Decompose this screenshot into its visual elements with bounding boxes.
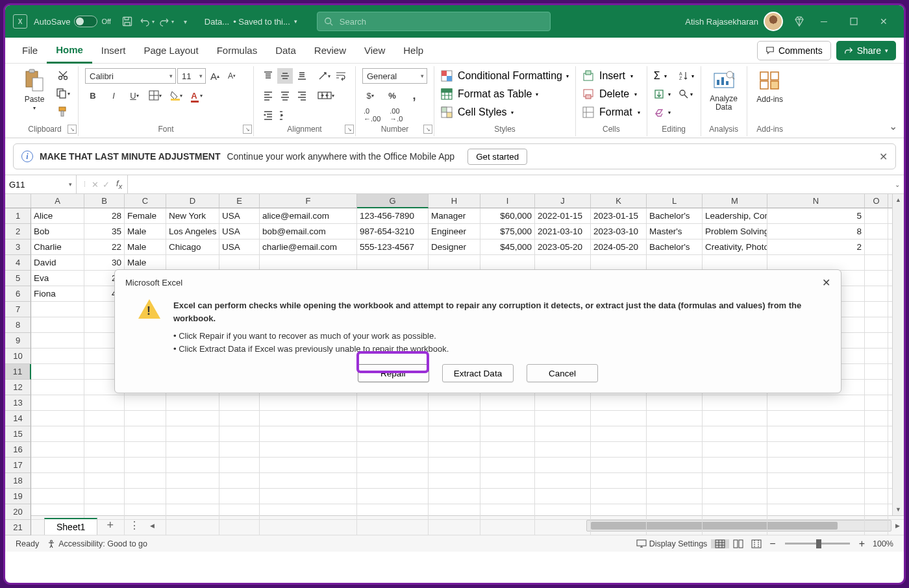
- cell[interactable]: [260, 255, 357, 271]
- cell[interactable]: [865, 442, 888, 458]
- share-button[interactable]: Share ▾: [836, 41, 896, 60]
- cell[interactable]: 2: [767, 239, 865, 255]
- cell[interactable]: [865, 317, 888, 333]
- cell[interactable]: Manager: [429, 208, 480, 224]
- get-started-button[interactable]: Get started: [467, 149, 527, 165]
- cell[interactable]: Los Angeles: [166, 224, 219, 239]
- decrease-font-icon[interactable]: A▾: [224, 68, 240, 84]
- row-header[interactable]: 15: [5, 426, 31, 442]
- cell[interactable]: [31, 489, 84, 504]
- search-input[interactable]: Search: [317, 12, 551, 31]
- cell[interactable]: [767, 458, 865, 473]
- cell[interactable]: [591, 520, 647, 535]
- cancel-button[interactable]: Cancel: [527, 364, 598, 382]
- cell[interactable]: [535, 426, 591, 442]
- cell[interactable]: [166, 395, 219, 411]
- cell[interactable]: [647, 255, 703, 271]
- dialog-launcher-icon[interactable]: ↘: [68, 125, 77, 134]
- zoom-out-button[interactable]: −: [766, 538, 779, 550]
- increase-font-icon[interactable]: A▴: [207, 68, 223, 84]
- cell[interactable]: [480, 255, 535, 271]
- cell[interactable]: [219, 426, 260, 442]
- maximize-button[interactable]: [839, 5, 869, 38]
- row-header[interactable]: 16: [5, 442, 31, 458]
- column-header[interactable]: D: [166, 194, 219, 208]
- tab-insert[interactable]: Insert: [92, 38, 135, 64]
- cell[interactable]: [31, 302, 84, 317]
- cell[interactable]: [535, 411, 591, 426]
- cell[interactable]: [647, 489, 703, 504]
- cell[interactable]: [535, 473, 591, 489]
- analyze-data-button[interactable]: Analyze Data: [708, 67, 740, 112]
- cell[interactable]: [219, 458, 260, 473]
- fx-icon[interactable]: fx: [114, 178, 122, 190]
- cell[interactable]: [166, 255, 219, 271]
- cell[interactable]: [429, 411, 480, 426]
- cell[interactable]: [125, 395, 166, 411]
- insert-cells-button[interactable]: Insert▾: [582, 67, 640, 84]
- cell[interactable]: 2023-01-15: [591, 208, 647, 224]
- cell[interactable]: [888, 520, 904, 535]
- redo-icon[interactable]: ▾: [156, 12, 176, 31]
- tab-review[interactable]: Review: [305, 38, 355, 64]
- clear-button[interactable]: ▾: [654, 104, 671, 121]
- cell[interactable]: [429, 473, 480, 489]
- cell[interactable]: [125, 442, 166, 458]
- row-header[interactable]: 18: [5, 473, 31, 489]
- cell[interactable]: [865, 426, 888, 442]
- column-header[interactable]: J: [535, 194, 591, 208]
- row-header[interactable]: 14: [5, 411, 31, 426]
- cell[interactable]: Bob: [31, 224, 84, 239]
- tab-page-layout[interactable]: Page Layout: [134, 38, 207, 64]
- cell[interactable]: [647, 395, 703, 411]
- cell[interactable]: charlie@email.com: [260, 239, 357, 255]
- cell[interactable]: [84, 458, 125, 473]
- orientation-icon[interactable]: ▾: [316, 68, 332, 84]
- cell[interactable]: [166, 442, 219, 458]
- cell[interactable]: [591, 442, 647, 458]
- toggle-switch[interactable]: [74, 16, 97, 27]
- format-painter-icon[interactable]: [55, 104, 71, 119]
- font-color-icon[interactable]: A▾: [189, 88, 205, 103]
- cell[interactable]: [260, 395, 357, 411]
- cell[interactable]: [647, 473, 703, 489]
- cell[interactable]: 2021-03-10: [535, 224, 591, 239]
- row-header[interactable]: 13: [5, 395, 31, 411]
- cell[interactable]: [429, 442, 480, 458]
- column-header[interactable]: N: [767, 194, 865, 208]
- cell[interactable]: [357, 255, 429, 271]
- cell[interactable]: [429, 395, 480, 411]
- cell[interactable]: [219, 489, 260, 504]
- column-header[interactable]: I: [480, 194, 535, 208]
- cell[interactable]: [166, 520, 219, 535]
- cell[interactable]: [767, 411, 865, 426]
- minimize-button[interactable]: ─: [809, 5, 839, 38]
- cell[interactable]: [84, 426, 125, 442]
- row-header[interactable]: 12: [5, 380, 31, 395]
- copy-icon[interactable]: ▾: [55, 86, 71, 101]
- cell[interactable]: [31, 317, 84, 333]
- column-header[interactable]: G: [357, 194, 429, 208]
- column-header[interactable]: K: [591, 194, 647, 208]
- fx-dropdown-icon[interactable]: ⋮: [82, 181, 88, 188]
- cell[interactable]: [591, 255, 647, 271]
- cell[interactable]: [260, 458, 357, 473]
- cell[interactable]: [535, 395, 591, 411]
- tab-home[interactable]: Home: [47, 38, 92, 64]
- row-header[interactable]: 4: [5, 255, 31, 271]
- cell[interactable]: bob@email.com: [260, 224, 357, 239]
- display-settings-button[interactable]: Display Settings: [632, 539, 712, 548]
- cell-styles-button[interactable]: Cell Styles▾: [441, 104, 569, 121]
- merge-icon[interactable]: ▾: [316, 88, 336, 103]
- cell[interactable]: 5: [767, 208, 865, 224]
- align-center-icon[interactable]: [277, 88, 293, 103]
- addins-button[interactable]: Add-ins: [754, 67, 786, 104]
- cell[interactable]: [166, 473, 219, 489]
- zoom-slider[interactable]: [785, 543, 850, 545]
- cell[interactable]: [31, 411, 84, 426]
- cell[interactable]: [591, 458, 647, 473]
- cell[interactable]: 123-456-7890: [357, 208, 429, 224]
- cell[interactable]: 2023-05-20: [535, 239, 591, 255]
- cell[interactable]: [865, 349, 888, 364]
- cell[interactable]: [535, 520, 591, 535]
